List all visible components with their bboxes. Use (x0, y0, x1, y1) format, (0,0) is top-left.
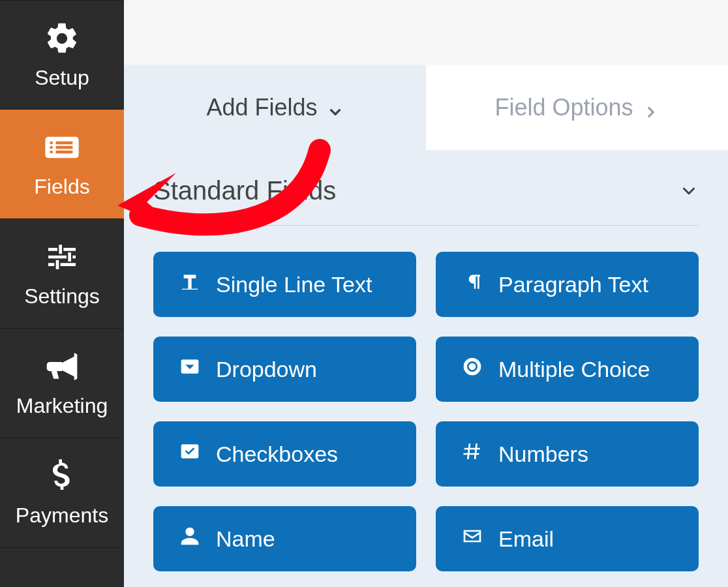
tab-field-options[interactable]: Field Options (426, 65, 728, 150)
envelope-icon (462, 526, 483, 552)
section-standard-fields[interactable]: Standard Fields (153, 170, 699, 226)
tab-label: Add Fields (206, 94, 317, 121)
tabs: Add Fields Field Options (124, 65, 728, 150)
field-label: Email (498, 526, 554, 552)
chevron-down-icon (327, 99, 344, 116)
field-paragraph-text[interactable]: Paragraph Text (436, 252, 699, 317)
bullhorn-icon (44, 348, 80, 387)
field-numbers[interactable]: Numbers (436, 421, 699, 487)
user-icon (179, 526, 200, 552)
field-label: Numbers (498, 442, 588, 467)
field-multiple-choice[interactable]: Multiple Choice (436, 337, 699, 402)
field-label: Multiple Choice (498, 357, 650, 382)
field-label: Paragraph Text (498, 272, 648, 297)
sidebar-label: Setup (35, 66, 89, 90)
field-single-line-text[interactable]: Single Line Text (153, 252, 416, 317)
field-name[interactable]: Name (153, 506, 416, 571)
field-label: Name (216, 526, 275, 552)
app-root: Setup Fields Settings Marketing Payments (0, 0, 728, 587)
field-dropdown[interactable]: Dropdown (153, 337, 416, 402)
sidebar-label: Payments (16, 504, 108, 528)
gear-icon (44, 20, 80, 59)
sidebar-item-marketing[interactable]: Marketing (0, 329, 124, 438)
sidebar-label: Marketing (16, 394, 108, 418)
top-bar (124, 0, 728, 65)
text-icon (179, 271, 200, 297)
field-email[interactable]: Email (436, 506, 699, 571)
sidebar-label: Fields (34, 175, 89, 199)
section-title: Standard Fields (153, 176, 336, 205)
field-checkboxes[interactable]: Checkboxes (153, 421, 416, 487)
checkbox-icon (179, 441, 200, 467)
tab-add-fields[interactable]: Add Fields (124, 65, 426, 150)
dropdown-icon (179, 356, 200, 382)
chevron-down-icon (679, 181, 699, 201)
sidebar-label: Settings (24, 284, 100, 309)
fields-panel: Standard Fields Single Line Text Paragra… (124, 150, 728, 587)
hash-icon (462, 441, 483, 467)
field-label: Dropdown (216, 357, 317, 382)
paragraph-icon (462, 271, 483, 297)
sidebar-item-payments[interactable]: Payments (0, 438, 124, 548)
sidebar-item-fields[interactable]: Fields (0, 110, 124, 219)
chevron-right-icon (643, 99, 660, 116)
list-icon (44, 129, 80, 168)
field-label: Single Line Text (216, 272, 372, 297)
sidebar: Setup Fields Settings Marketing Payments (0, 0, 124, 587)
sliders-icon (44, 239, 80, 278)
field-grid: Single Line Text Paragraph Text Dropdown… (153, 226, 699, 571)
tab-label: Field Options (494, 94, 633, 121)
main-area: Add Fields Field Options Standard Fields (124, 0, 728, 587)
dollar-icon (44, 458, 80, 497)
field-label: Checkboxes (216, 442, 338, 467)
sidebar-item-setup[interactable]: Setup (0, 0, 124, 110)
sidebar-item-settings[interactable]: Settings (0, 219, 124, 329)
radio-icon (462, 356, 483, 382)
